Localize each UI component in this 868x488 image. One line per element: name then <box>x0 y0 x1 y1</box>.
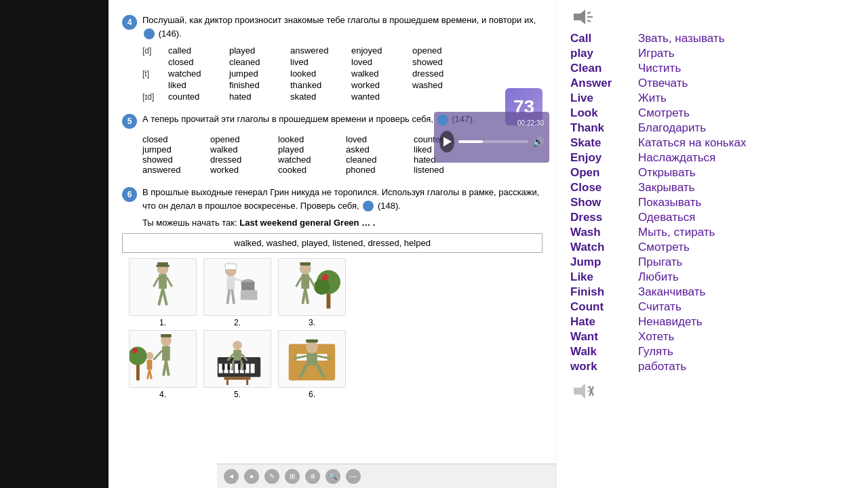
video-time: 00:22:30 <box>439 119 544 127</box>
vocab-row-19: HateНенавидеть <box>570 314 861 329</box>
volume-icon[interactable]: 🔊 <box>532 136 544 147</box>
vocab-en-22: work <box>570 360 638 373</box>
vocab-en-7: Skate <box>570 136 638 150</box>
e5-w2: opened <box>210 134 278 144</box>
svg-rect-10 <box>225 264 236 270</box>
svg-rect-28 <box>300 262 311 266</box>
e5-w16: answered <box>142 165 210 175</box>
vocab-ru-11: Показывать <box>638 196 701 209</box>
vocab-list: CallЗвать, называтьplayИгратьCleanЧистит… <box>570 31 861 374</box>
toolbar-btn-grid[interactable]: ⊞ <box>285 469 300 484</box>
vocab-row-12: DressОдеваться <box>570 210 861 225</box>
word-answered: answered <box>290 45 351 56</box>
toolbar-btn-record[interactable]: ● <box>244 469 259 484</box>
svg-line-16 <box>227 289 229 304</box>
audio-icon-6[interactable] <box>363 201 374 211</box>
toolbar-btn-back[interactable]: ◄ <box>224 469 239 484</box>
vocab-ru-13: Мыть, стирать <box>638 226 715 239</box>
svg-rect-50 <box>222 364 225 370</box>
vocab-row-3: AnswerОтвечать <box>570 76 861 91</box>
word-closed: closed <box>168 57 229 67</box>
word-row-2: closed cleaned lived loved showed <box>142 57 542 67</box>
word-thanked: thanked <box>290 80 351 90</box>
toolbar-btn-search[interactable]: 🔍 <box>326 469 340 484</box>
e5-w13: watched <box>278 155 346 165</box>
main-container: 4 Послушай, как диктор произносит знаком… <box>108 0 868 488</box>
word-loved: loved <box>351 57 412 67</box>
svg-rect-39 <box>136 364 140 380</box>
svg-marker-78 <box>574 384 585 399</box>
vocab-en-15: Jump <box>570 256 638 269</box>
word-row-4: liked finished thanked worked washed <box>142 80 542 90</box>
exercise-5-text: А теперь прочитай эти глаголы в прошедше… <box>142 113 475 126</box>
e5-w7: walked <box>210 144 278 155</box>
svg-line-32 <box>166 361 169 375</box>
svg-rect-7 <box>156 265 170 267</box>
e5-w1: closed <box>142 134 210 144</box>
vocab-en-13: Wash <box>570 226 638 239</box>
audio-icon-5[interactable] <box>437 115 448 125</box>
play-icon <box>443 137 452 146</box>
svg-rect-64 <box>289 349 297 380</box>
exercise-6-number: 6 <box>122 187 137 202</box>
video-player[interactable]: 00:22:30 🔊 <box>434 112 549 163</box>
image-3: 3. <box>278 258 346 327</box>
e5-w17: worked <box>210 165 278 175</box>
word-showed: showed <box>412 57 473 67</box>
vocab-ru-7: Кататься на коньках <box>638 136 746 150</box>
vocab-ru-19: Ненавидеть <box>638 315 703 329</box>
audio-icon-4[interactable] <box>144 28 155 39</box>
vocab-en-8: Enjoy <box>570 151 638 165</box>
exercise-4: 4 Послушай, как диктор произносит знаком… <box>122 14 542 102</box>
vocab-ru-22: работать <box>638 360 686 373</box>
exercise-6-text: В прошлые выходные генерал Грин никуда н… <box>142 186 542 212</box>
vocab-ru-14: Смотреть <box>638 241 690 254</box>
vocab-ru-20: Хотеть <box>638 330 674 344</box>
vocab-ru-15: Прыгать <box>638 256 682 269</box>
svg-rect-33 <box>161 334 172 338</box>
word-called: called <box>168 45 229 56</box>
vocab-row-10: CloseЗакрывать <box>570 180 861 195</box>
svg-rect-1 <box>159 274 167 288</box>
vocab-en-0: Call <box>570 32 638 45</box>
speaker-bottom-icon[interactable] <box>570 381 595 401</box>
image-4: 4. <box>129 330 197 399</box>
svg-line-62 <box>241 361 243 371</box>
vocab-row-4: LiveЖить <box>570 91 861 106</box>
video-progress-bar[interactable] <box>458 140 529 143</box>
vocab-row-7: SkateКататься на коньках <box>570 136 861 150</box>
vocab-en-14: Watch <box>570 241 638 254</box>
svg-line-17 <box>232 289 234 304</box>
svg-rect-35 <box>147 360 153 370</box>
vocab-ru-0: Звать, называть <box>638 32 725 45</box>
word-row-1: [d] called played answered enjoyed opene… <box>142 45 542 56</box>
svg-rect-65 <box>327 349 335 380</box>
toolbar-btn-minus[interactable]: — <box>346 469 361 484</box>
word-finished: finished <box>229 80 290 90</box>
e5-w12: dressed <box>210 155 278 165</box>
word-hated: hated <box>229 92 290 102</box>
toolbar-btn-draw[interactable]: ✎ <box>264 469 279 484</box>
toolbar-btn-zoom-in[interactable]: ⊕ <box>305 469 320 484</box>
svg-rect-15 <box>241 290 257 300</box>
speaker-top-icon[interactable] <box>570 7 595 27</box>
svg-rect-14 <box>241 282 255 290</box>
word-looked: looked <box>290 68 351 79</box>
svg-rect-53 <box>243 364 246 370</box>
vocab-row-5: LookСмотреть <box>570 106 861 121</box>
image-1-label: 1. <box>129 318 197 327</box>
word-walked: walked <box>351 68 412 79</box>
svg-point-57 <box>233 341 242 350</box>
vocab-ru-1: Играть <box>638 47 675 60</box>
svg-rect-58 <box>233 350 241 361</box>
svg-rect-73 <box>306 340 318 343</box>
play-button[interactable] <box>439 131 454 152</box>
vocab-en-18: Count <box>570 300 638 314</box>
image-5-label: 5. <box>203 390 271 399</box>
vocab-en-2: Clean <box>570 62 638 75</box>
svg-line-4 <box>153 277 159 287</box>
word-enjoyed: enjoyed <box>351 45 412 56</box>
exercise-6: 6 В прошлые выходные генерал Грин никуда… <box>122 186 542 399</box>
word-jumped: jumped <box>229 68 290 79</box>
svg-line-3 <box>163 289 167 305</box>
